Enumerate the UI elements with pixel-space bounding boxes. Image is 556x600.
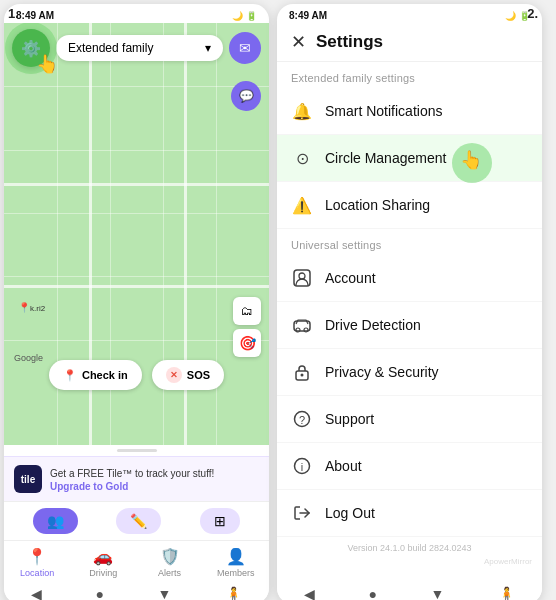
bottom-tabs: 📍 Location 🚗 Driving 🛡️ Alerts 👤 Members (4, 540, 269, 582)
location-sharing-label: Location Sharing (325, 197, 430, 213)
map-area: ⚙️ 👆 Extended family ▾ ✉ 💬 📍k.ri2 Google… (4, 23, 269, 445)
location-share-icon: ⚠️ (291, 194, 313, 216)
moon-icon-2: 🌙 (505, 11, 516, 21)
section1-label: Extended family settings (277, 62, 542, 88)
tab-driving[interactable]: 🚗 Driving (70, 545, 136, 580)
circle-management-label: Circle Management (325, 150, 446, 166)
account-label: Account (325, 270, 376, 286)
driving-icon: 🚗 (93, 547, 113, 566)
checkin-label: Check in (82, 369, 128, 381)
checkin-button[interactable]: 📍 Check in (49, 360, 142, 390)
drive-detection-label: Drive Detection (325, 317, 421, 333)
support-label: Support (325, 411, 374, 427)
menu-item-account[interactable]: Account (277, 255, 542, 302)
friends-icon: 👥 (47, 513, 64, 529)
map-top-bar: ⚙️ 👆 Extended family ▾ ✉ (4, 23, 269, 73)
nav-recent-2[interactable]: ▼ (431, 586, 445, 600)
family-picker-label: Extended family (68, 41, 153, 55)
shield-icon: 🛡️ (160, 547, 180, 566)
sos-button[interactable]: ✕ SOS (152, 360, 224, 390)
status-icons-1: 🌙 🔋 (232, 11, 257, 21)
friends-button[interactable]: 👥 (33, 508, 78, 534)
divider (117, 449, 157, 452)
menu-item-location-sharing[interactable]: ⚠️ Location Sharing (277, 182, 542, 229)
about-icon: i (291, 455, 313, 477)
cursor-hand-2: 👆 (460, 149, 482, 171)
tab-alerts-label: Alerts (158, 568, 181, 578)
chat-button[interactable]: 💬 (231, 81, 261, 111)
step2-label: 2. (527, 6, 538, 21)
nav-bar-2: ◀ ● ▼ 🧍 (277, 582, 542, 600)
about-label: About (325, 458, 362, 474)
tab-members[interactable]: 👤 Members (203, 545, 269, 580)
menu-item-smart-notifications[interactable]: 🔔 Smart Notifications (277, 88, 542, 135)
mail-icon: ✉ (239, 40, 251, 56)
support-icon: ? (291, 408, 313, 430)
battery-icon: 🔋 (246, 11, 257, 21)
sos-label: SOS (187, 369, 210, 381)
step1-label: 1. (8, 6, 19, 21)
close-button[interactable]: ✕ (291, 31, 306, 53)
tile-logo: tile (14, 465, 42, 493)
locate-icon: 🎯 (239, 335, 256, 351)
privacy-icon (291, 361, 313, 383)
settings-button[interactable]: ⚙️ 👆 (12, 29, 50, 67)
grid-button[interactable]: ⊞ (200, 508, 240, 534)
chevron-down-icon: ▾ (205, 41, 211, 55)
pen-icon: ✏️ (130, 513, 147, 529)
menu-item-about[interactable]: i About (277, 443, 542, 490)
logout-icon (291, 502, 313, 524)
nav-home-2[interactable]: ● (368, 586, 376, 600)
nav-back[interactable]: ◀ (31, 586, 42, 600)
svg-point-6 (301, 374, 304, 377)
members-icon: 👤 (226, 547, 246, 566)
nav-home[interactable]: ● (95, 586, 103, 600)
promo-upgrade: Upgrade to Gold (50, 481, 214, 492)
time-1: 8:49 AM (16, 10, 54, 21)
tab-alerts[interactable]: 🛡️ Alerts (137, 545, 203, 580)
screen1-phone: 1. 8:49 AM 🌙 🔋 ⚙️ 👆 Extended famil (4, 4, 269, 600)
nav-recent[interactable]: ▼ (158, 586, 172, 600)
action-row: 📍 Check in ✕ SOS (4, 360, 269, 390)
cursor-hand: 👆 (36, 53, 58, 75)
family-picker[interactable]: Extended family ▾ (56, 35, 223, 61)
logout-label: Log Out (325, 505, 375, 521)
nav-bar-1: ◀ ● ▼ 🧍 (4, 582, 269, 600)
layers-icon: 🗂 (241, 304, 253, 318)
time-2: 8:49 AM (289, 10, 327, 21)
settings-title: Settings (316, 32, 383, 52)
menu-item-circle-management[interactable]: ⊙ Circle Management 👆 (277, 135, 542, 182)
location-icon: 📍 (27, 547, 47, 566)
promo-content: Get a FREE Tile™ to track your stuff! Up… (50, 467, 214, 492)
settings-header: ✕ Settings (277, 23, 542, 62)
pen-button[interactable]: ✏️ (116, 508, 161, 534)
nav-person-2[interactable]: 🧍 (498, 586, 515, 600)
tab-location[interactable]: 📍 Location (4, 545, 70, 580)
notification-icon: 🔔 (291, 100, 313, 122)
locate-button[interactable]: 🎯 (233, 329, 261, 357)
menu-item-support[interactable]: ? Support (277, 396, 542, 443)
menu-item-logout[interactable]: Log Out (277, 490, 542, 537)
svg-text:i: i (301, 461, 303, 473)
nav-person[interactable]: 🧍 (225, 586, 242, 600)
checkin-icon: 📍 (63, 369, 77, 382)
tab-location-label: Location (20, 568, 54, 578)
chat-icon: 💬 (239, 89, 254, 103)
menu-item-privacy[interactable]: Privacy & Security (277, 349, 542, 396)
circle-icon: ⊙ (291, 147, 313, 169)
status-bar-1: 8:49 AM 🌙 🔋 (4, 4, 269, 23)
tab-driving-label: Driving (89, 568, 117, 578)
mail-button[interactable]: ✉ (229, 32, 261, 64)
map-pin: 📍k.ri2 (18, 297, 45, 315)
layers-button[interactable]: 🗂 (233, 297, 261, 325)
moon-icon: 🌙 (232, 11, 243, 21)
grid-icon: ⊞ (214, 513, 226, 529)
menu-item-drive-detection[interactable]: Drive Detection (277, 302, 542, 349)
tab-members-label: Members (217, 568, 255, 578)
promo-banner[interactable]: tile Get a FREE Tile™ to track your stuf… (4, 456, 269, 501)
svg-text:?: ? (299, 414, 305, 426)
nav-back-2[interactable]: ◀ (304, 586, 315, 600)
smart-notifications-label: Smart Notifications (325, 103, 442, 119)
screen2-phone: 2. 8:49 AM 🌙 🔋 ✕ Settings Extended famil… (277, 4, 542, 600)
privacy-label: Privacy & Security (325, 364, 439, 380)
